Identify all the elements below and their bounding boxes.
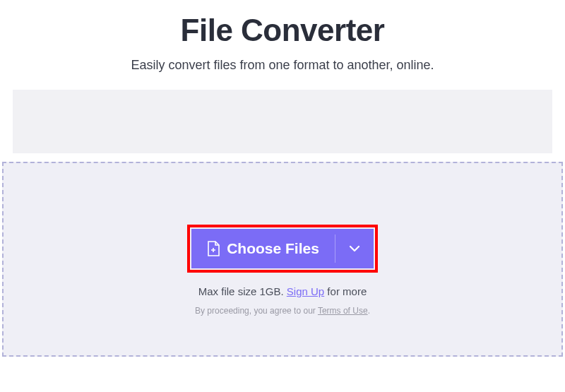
terms-prefix: By proceeding, you agree to our [195,306,318,316]
max-size-suffix: for more [324,285,367,297]
file-plus-icon [207,241,220,256]
choose-files-dropdown[interactable] [335,229,374,268]
page-title: File Converter [0,13,565,48]
sign-up-link[interactable]: Sign Up [287,285,324,297]
choose-files-button[interactable]: Choose Files [191,229,335,268]
ad-placeholder [13,90,552,153]
max-file-size-text: Max file size 1GB. Sign Up for more [198,285,367,297]
choose-files-highlight: Choose Files [187,225,378,273]
max-size-prefix: Max file size 1GB. [198,285,287,297]
file-drop-zone[interactable]: Choose Files Max file size 1GB. Sign Up … [2,162,563,357]
chevron-down-icon [349,242,360,255]
terms-of-use-link[interactable]: Terms of Use [318,306,368,316]
terms-text: By proceeding, you agree to our Terms of… [195,306,370,316]
choose-files-button-group: Choose Files [191,229,374,268]
page-subtitle: Easily convert files from one format to … [0,58,565,73]
terms-suffix: . [368,306,370,316]
choose-files-label: Choose Files [227,240,319,257]
